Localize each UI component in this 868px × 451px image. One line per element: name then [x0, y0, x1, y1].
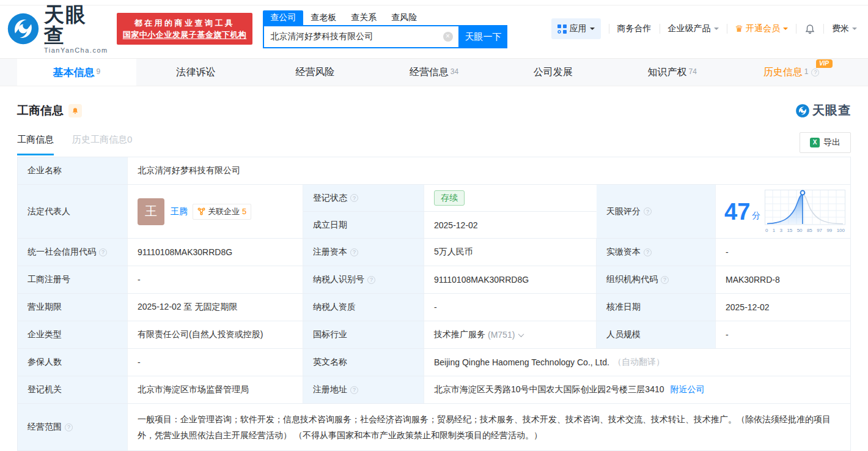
org-code-value: MAK30RRD-8 — [716, 266, 850, 293]
help-icon[interactable] — [99, 248, 107, 256]
tab-basic-info[interactable]: 基本信息 9 — [17, 59, 136, 86]
help-icon[interactable] — [367, 276, 375, 284]
search-tab-boss[interactable]: 查老板 — [303, 10, 344, 25]
nav-divider — [609, 24, 609, 34]
company-name-value: 北京清河好梦科技有限公司 — [128, 157, 850, 184]
vip-badge: VIP — [816, 59, 833, 68]
help-icon[interactable] — [350, 194, 358, 202]
table-row: 参保人数 - 英文名称 Beijing Qinghe Haomeng Techn… — [18, 349, 850, 376]
business-scope-value: 一般项目：企业管理咨询；软件开发；信息技术咨询服务；社会经济咨询服务；贸易经纪；… — [128, 404, 850, 450]
org-code-label: 组织机构代码 — [597, 266, 716, 293]
search-tab-company[interactable]: 查公司 — [263, 10, 303, 25]
search-tab-relation[interactable]: 查关系 — [344, 10, 384, 25]
export-button[interactable]: X 导出 — [800, 132, 851, 153]
reg-status-value: 存续 — [424, 185, 597, 211]
clear-input-icon[interactable]: × — [443, 32, 453, 42]
crown-icon: ♛ — [735, 23, 743, 34]
chevron-down-icon — [852, 28, 857, 32]
business-info-table: 企业名称 北京清河好梦科技有限公司 法定代表人 王 王腾 关联企业 5 登记状态 — [17, 157, 851, 451]
chart-axis-ticks: 0 1 3 15 50 85 97 99 100 — [765, 228, 845, 233]
english-name-label: 英文名称 — [303, 349, 424, 376]
tab-legal-litigation[interactable]: 法律诉讼 — [136, 59, 256, 86]
subscribe-bell-icon[interactable] — [68, 104, 82, 117]
nav-enterprise-products[interactable]: 企业级产品 — [668, 23, 719, 34]
username: 费米 — [832, 23, 849, 34]
search-button[interactable]: 天眼一下 — [460, 25, 507, 48]
score-label: 天眼评分 — [597, 185, 716, 238]
help-icon[interactable] — [350, 386, 358, 394]
search-tabs: 查公司 查老板 查关系 查风险 — [263, 9, 507, 25]
help-icon[interactable] — [661, 276, 669, 284]
table-row: 企业名称 北京清河好梦科技有限公司 — [18, 157, 850, 185]
slogan-banner: 都在用的商业查询工具 国家中小企业发展子基金旗下机构 — [117, 13, 253, 45]
reg-address-label: 注册地址 — [303, 376, 424, 403]
reg-authority-value: 北京市海淀区市场监督管理局 — [128, 376, 303, 403]
help-icon[interactable] — [811, 69, 819, 76]
section-header: 工商信息 天眼查 — [17, 102, 851, 119]
legal-rep-link[interactable]: 王腾 — [171, 206, 188, 217]
page-top-divider — [0, 0, 868, 6]
nav-open-membership[interactable]: ♛ 开通会员 — [735, 23, 788, 34]
score-cell[interactable]: 47 分 — [716, 185, 850, 238]
industry-value[interactable]: 技术推广服务 (M751) — [424, 321, 597, 348]
reg-authority-label: 登记机关 — [18, 376, 128, 403]
nav-business-cooperation[interactable]: 商务合作 — [617, 23, 652, 34]
tab-operating-info[interactable]: 经营信息 34 — [375, 59, 494, 86]
help-icon[interactable] — [644, 207, 652, 215]
paid-capital-value: - — [716, 239, 850, 266]
credit-code-label: 统一社会信用代码 — [18, 239, 128, 266]
help-icon[interactable] — [644, 248, 652, 256]
reg-number-label: 工商注册号 — [18, 266, 128, 293]
paid-capital-label: 实缴资本 — [597, 239, 716, 266]
help-icon[interactable] — [350, 248, 358, 256]
tab-history-info[interactable]: VIP 历史信息 1 — [732, 59, 851, 86]
excel-icon: X — [810, 138, 820, 147]
legal-rep-avatar[interactable]: 王 — [138, 198, 164, 225]
score-unit: 分 — [752, 211, 760, 222]
tab-company-development[interactable]: 公司发展 — [493, 59, 612, 86]
tab-intellectual-property[interactable]: 知识产权 74 — [612, 59, 732, 86]
reg-address-value: 北京市海淀区天秀路10号中国农大国际创业园2号楼三层3410 附近公司 — [424, 376, 850, 403]
chevron-down-icon — [590, 28, 595, 32]
tianyancha-watermark: 天眼查 — [795, 102, 851, 119]
establish-date-label: 成立日期 — [303, 212, 424, 238]
subtab-history-business-info[interactable]: 历史工商信息0 — [72, 134, 132, 155]
chevron-down-icon — [518, 331, 524, 337]
nav-user-menu[interactable]: 费米 — [832, 23, 857, 34]
business-scope-label: 经营范围 — [18, 404, 128, 450]
main-tab-bar: 基本信息 9 法律诉讼 经营风险 经营信息 34 公司发展 知识产权 74 VI… — [0, 58, 868, 86]
tianyancha-logo[interactable]: 天眼查 TianYanCha.com — [6, 4, 108, 54]
taxpayer-quality-label: 纳税人资质 — [303, 294, 424, 321]
apps-menu-button[interactable]: 应用 — [551, 18, 601, 39]
legal-rep-cell: 王 王腾 关联企业 5 — [128, 185, 303, 238]
taxpayer-id-value: 91110108MAK30RRD8G — [424, 266, 597, 293]
staff-size-label: 人员规模 — [597, 321, 716, 348]
logo-domain: TianYanCha.com — [44, 47, 108, 54]
legal-rep-label: 法定代表人 — [18, 185, 128, 238]
business-term-value: 2025-12-02 至 无固定期限 — [128, 294, 303, 321]
tab-operating-risk[interactable]: 经营风险 — [256, 59, 375, 86]
search-input[interactable] — [264, 32, 443, 42]
table-row: 统一社会信用代码 91110108MAK30RRD8G 注册资本 5万人民币 实… — [18, 239, 850, 266]
nav-divider — [796, 24, 796, 34]
notification-bell-icon[interactable] — [804, 23, 815, 34]
subtab-row: 工商信息 历史工商信息0 X 导出 — [17, 132, 851, 157]
business-term-label: 营业期限 — [18, 294, 128, 321]
search-tab-risk[interactable]: 查风险 — [384, 10, 424, 25]
company-type-label: 企业类型 — [18, 321, 128, 348]
insured-label: 参保人数 — [18, 349, 128, 376]
subtab-business-info[interactable]: 工商信息 — [17, 134, 54, 155]
related-companies-badge[interactable]: 关联企业 5 — [193, 204, 251, 220]
reg-status-label: 登记状态 — [303, 185, 424, 211]
help-icon[interactable] — [65, 423, 73, 431]
table-row: 工商注册号 - 纳税人识别号 91110108MAK30RRD8G 组织机构代码… — [18, 266, 850, 294]
score-distribution-chart: 0 1 3 15 50 85 97 99 100 — [765, 190, 845, 233]
chevron-down-icon — [714, 28, 719, 32]
table-row: 经营范围 一般项目：企业管理咨询；软件开发；信息技术咨询服务；社会经济咨询服务；… — [18, 404, 850, 451]
top-header: 天眼查 TianYanCha.com 都在用的商业查询工具 国家中小企业发展子基… — [0, 6, 868, 52]
table-row: 营业期限 2025-12-02 至 无固定期限 纳税人资质 - 核准日期 202… — [18, 294, 850, 321]
nearby-companies-link[interactable]: 附近公司 — [671, 384, 705, 395]
nav-divider — [727, 24, 727, 34]
insured-value: - — [128, 349, 303, 376]
slogan-line-2: 国家中小企业发展子基金旗下机构 — [123, 29, 247, 40]
